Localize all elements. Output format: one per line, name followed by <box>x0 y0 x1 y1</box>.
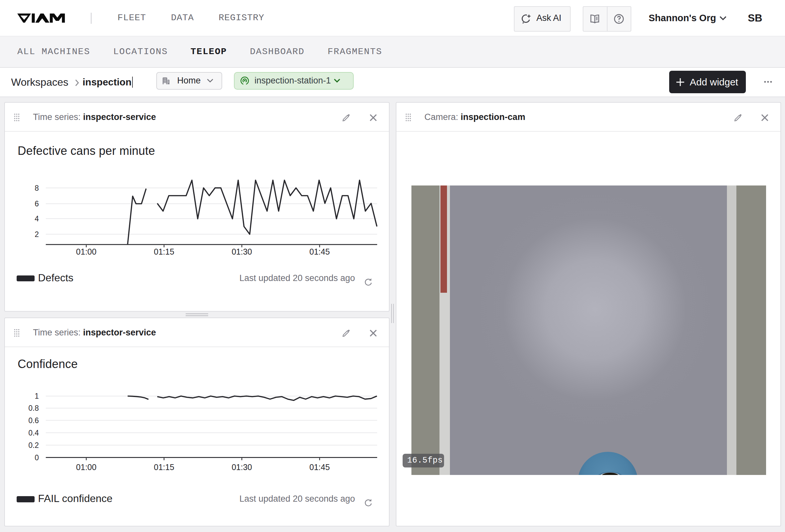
svg-text:01:30: 01:30 <box>232 462 252 472</box>
svg-text:4: 4 <box>34 214 39 223</box>
svg-text:8: 8 <box>34 184 39 192</box>
svg-text:01:30: 01:30 <box>232 247 252 256</box>
svg-text:0.6: 0.6 <box>28 416 39 425</box>
svg-text:6: 6 <box>34 200 39 208</box>
svg-text:01:15: 01:15 <box>154 462 175 472</box>
svg-text:01:15: 01:15 <box>154 247 175 256</box>
svg-text:01:45: 01:45 <box>309 462 330 472</box>
svg-text:01:00: 01:00 <box>76 462 97 472</box>
svg-text:0.4: 0.4 <box>28 429 39 437</box>
svg-text:2: 2 <box>34 230 39 239</box>
svg-text:0.2: 0.2 <box>28 441 39 450</box>
svg-text:0.8: 0.8 <box>28 404 39 413</box>
svg-text:1: 1 <box>34 392 39 400</box>
svg-text:01:45: 01:45 <box>309 247 330 256</box>
svg-text:0: 0 <box>34 453 39 462</box>
svg-text:01:00: 01:00 <box>76 247 97 256</box>
